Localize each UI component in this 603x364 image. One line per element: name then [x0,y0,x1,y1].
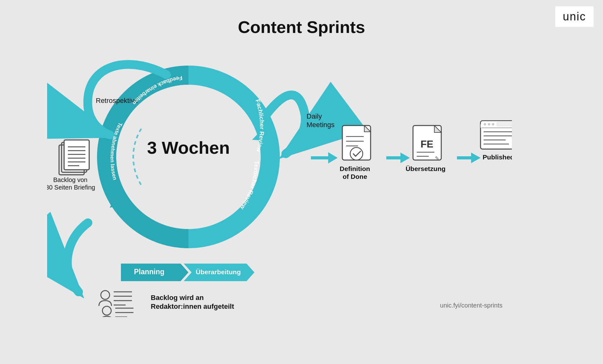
svg-text:Daily: Daily [307,112,322,120]
svg-text:3 Wochen: 3 Wochen [147,138,230,158]
svg-text:✎: ✎ [435,156,439,161]
logo-text: unic [563,10,586,23]
svg-text:of Done: of Done [343,173,367,180]
svg-text:Überarbeitung: Überarbeitung [196,268,241,276]
svg-text:Meetings: Meetings [307,121,334,129]
svg-point-62 [102,306,111,315]
svg-marker-29 [311,152,338,163]
svg-point-50 [492,123,494,126]
svg-text:FE: FE [421,138,433,150]
svg-point-34 [350,147,363,160]
svg-text:30 Seiten Briefing: 30 Seiten Briefing [47,184,95,191]
svg-marker-37 [386,153,410,163]
svg-text:Published: Published [483,153,512,161]
svg-point-48 [484,123,486,126]
svg-text:Backlog wird an: Backlog wird an [151,294,204,302]
svg-marker-44 [457,153,481,163]
logo-box: unic [555,6,594,27]
svg-text:unic.fyi/content-sprints: unic.fyi/content-sprints [440,302,503,309]
svg-text:Planning: Planning [134,268,164,276]
svg-point-49 [488,123,490,126]
svg-text:Übersetzung: Übersetzung [405,165,445,172]
main-diagram-svg: Retrospektive Daily Meetings Fachlicher … [47,35,512,317]
svg-rect-51 [497,122,512,126]
svg-text:Redaktor:innen aufgeteilt: Redaktor:innen aufgeteilt [151,302,234,310]
svg-text:Retrospektive: Retrospektive [96,97,138,104]
svg-text:Backlog von: Backlog von [53,176,88,183]
page-title: Content Sprints [238,17,365,37]
svg-point-57 [101,291,110,299]
svg-text:Definition: Definition [340,165,370,172]
